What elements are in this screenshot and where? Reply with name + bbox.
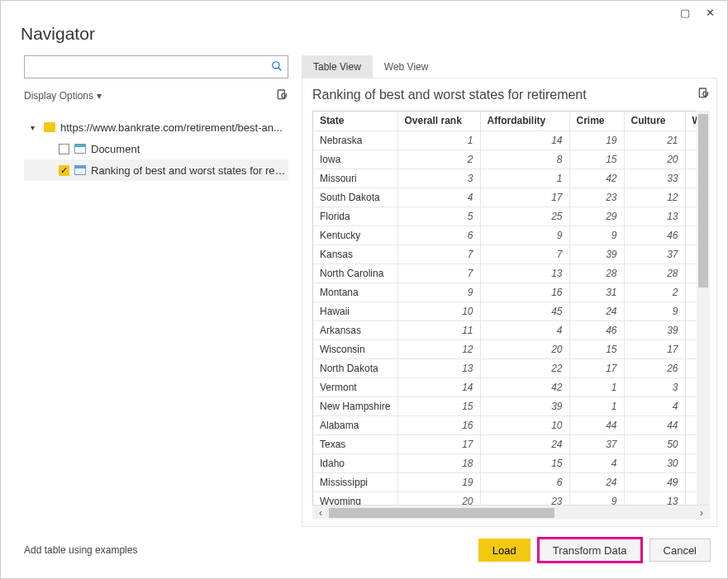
cell-culture: 4 (624, 396, 685, 415)
vertical-scrollbar[interactable] (697, 111, 710, 505)
tree-item-document[interactable]: Document (24, 138, 288, 159)
cell-rank: 12 (397, 339, 480, 358)
table-row[interactable]: North Dakota13221726 (313, 358, 697, 377)
table-row[interactable]: Nebraska1141921 (313, 131, 697, 149)
cell-state: Missouri (313, 168, 397, 187)
scroll-right-icon[interactable]: › (693, 507, 710, 519)
cell-rank: 2 (397, 149, 480, 168)
table-row[interactable]: Texas17243750 (313, 434, 697, 453)
cell-state: North Dakota (313, 358, 397, 377)
cell-affordability: 13 (480, 263, 569, 282)
cell-rank: 19 (397, 472, 480, 491)
table-row[interactable]: Florida5252913 (313, 206, 697, 225)
cell-affordability: 22 (480, 358, 569, 377)
cell-rank: 13 (397, 358, 480, 377)
dialog-header: Navigator (1, 24, 727, 55)
search-box[interactable] (24, 55, 288, 78)
cell-crime: 9 (569, 225, 624, 244)
table-row[interactable]: Kentucky69946 (313, 225, 697, 244)
table-row[interactable]: Arkansas1144639 (313, 320, 697, 339)
preview-pane: Table View Web View Ranking of best and … (302, 55, 717, 527)
cell-culture: 3 (624, 377, 685, 396)
add-table-link[interactable]: Add table using examples (24, 544, 137, 556)
table-row[interactable]: New Hampshire153914 (313, 396, 697, 415)
cell-state: Montana (313, 282, 397, 301)
table-row[interactable]: Missouri314233 (313, 168, 697, 187)
refresh-preview-icon[interactable] (697, 87, 710, 102)
cell-affordability: 7 (480, 244, 569, 263)
cell-crime: 24 (569, 472, 624, 491)
table-row[interactable]: Idaho1815430 (313, 453, 697, 472)
cell-state: Texas (313, 434, 397, 453)
table-row[interactable]: North Carolina7132828 (313, 263, 697, 282)
cell-rank: 6 (397, 225, 480, 244)
search-input[interactable] (30, 61, 271, 74)
transform-data-button[interactable]: Transform Data (539, 539, 641, 562)
cell-affordability: 45 (480, 301, 569, 320)
col-header-overall-rank[interactable]: Overall rank (397, 112, 480, 131)
table-row[interactable]: Iowa281520 (313, 149, 697, 168)
col-header-weather[interactable]: We (685, 112, 697, 131)
table-row[interactable]: Vermont144213 (313, 377, 697, 396)
checkbox-unchecked[interactable] (59, 144, 69, 154)
col-header-state[interactable]: State (313, 112, 397, 131)
collapse-icon[interactable]: ▾ (31, 123, 39, 132)
tab-table-view[interactable]: Table View (302, 55, 373, 78)
tab-web-view[interactable]: Web View (373, 55, 440, 78)
cell-crime: 31 (569, 282, 624, 301)
cell-crime: 15 (569, 149, 624, 168)
cell-affordability: 42 (480, 377, 569, 396)
horizontal-scroll-thumb[interactable] (329, 508, 554, 518)
table-row[interactable]: Montana916312 (313, 282, 697, 301)
display-options-dropdown[interactable]: Display Options ▾ (24, 90, 102, 102)
horizontal-scrollbar[interactable]: ‹ › (312, 505, 710, 520)
cell-rank: 17 (397, 434, 480, 453)
folder-icon (44, 122, 55, 132)
vertical-scroll-thumb[interactable] (698, 114, 708, 287)
load-button[interactable]: Load (478, 539, 531, 562)
table-row[interactable]: Wisconsin12201517 (313, 339, 697, 358)
cell-culture: 21 (624, 131, 685, 149)
cell-rank: 18 (397, 453, 480, 472)
search-icon[interactable] (271, 60, 283, 74)
col-header-affordability[interactable]: Affordability (480, 112, 569, 131)
svg-line-1 (278, 67, 282, 70)
cell-state: Iowa (313, 149, 397, 168)
close-icon[interactable]: ✕ (697, 3, 722, 21)
table-row[interactable]: South Dakota4172312 (313, 187, 697, 206)
cell-culture: 13 (624, 206, 685, 225)
cell-weather (685, 187, 697, 206)
table-row[interactable]: Kansas773937 (313, 244, 697, 263)
view-tabs: Table View Web View (302, 55, 717, 78)
cell-state: Kansas (313, 244, 397, 263)
cell-weather (685, 149, 697, 168)
cell-culture: 12 (624, 187, 685, 206)
cancel-button[interactable]: Cancel (649, 539, 711, 562)
cell-rank: 11 (397, 320, 480, 339)
table-row[interactable]: Alabama16104444 (313, 415, 697, 434)
refresh-icon[interactable] (275, 88, 288, 104)
cell-weather (685, 263, 697, 282)
table-row[interactable]: Wyoming2023913 (313, 491, 697, 505)
cell-weather (685, 472, 697, 491)
cell-culture: 46 (624, 225, 685, 244)
table-row[interactable]: Hawaii1045249 (313, 301, 697, 320)
table-row[interactable]: Mississippi1962449 (313, 472, 697, 491)
cell-weather (685, 453, 697, 472)
col-header-crime[interactable]: Crime (569, 112, 624, 131)
maximize-icon[interactable]: ▢ (673, 3, 697, 21)
svg-point-0 (273, 61, 279, 68)
cell-crime: 37 (569, 434, 624, 453)
cell-state: Alabama (313, 415, 397, 434)
cell-crime: 9 (569, 491, 624, 505)
col-header-culture[interactable]: Culture (624, 112, 685, 131)
checkbox-checked[interactable] (59, 165, 69, 176)
cell-culture: 37 (624, 244, 685, 263)
cell-weather (685, 377, 697, 396)
scroll-left-icon[interactable]: ‹ (312, 507, 329, 519)
cell-crime: 4 (569, 453, 624, 472)
tree-item-ranking[interactable]: Ranking of best and worst states for ret… (24, 159, 288, 181)
cell-crime: 1 (569, 396, 624, 415)
tree-root-node[interactable]: ▾ https://www.bankrate.com/retirement/be… (24, 116, 288, 138)
chevron-down-icon: ▾ (97, 90, 102, 102)
